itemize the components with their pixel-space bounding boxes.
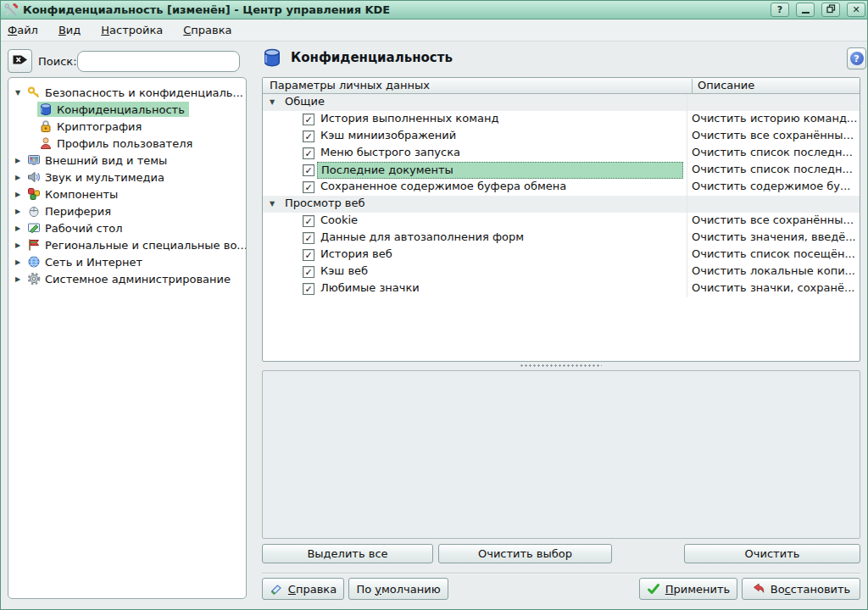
row-label: История веб bbox=[320, 247, 392, 260]
apply-button[interactable]: Применить bbox=[639, 578, 737, 600]
splitter-handle[interactable] bbox=[262, 362, 860, 369]
contextual-help-button[interactable]: ? bbox=[847, 47, 866, 69]
checkbox[interactable]: ✓ bbox=[303, 164, 314, 176]
table-header: Параметры личных данных Описание bbox=[263, 78, 860, 94]
checkbox[interactable]: ✓ bbox=[303, 266, 314, 278]
chevron-right-icon[interactable]: ▶ bbox=[13, 275, 23, 283]
user-icon bbox=[39, 136, 53, 150]
section-label: Просмотр веб bbox=[285, 197, 365, 209]
row-description: Очистить значения, введё... bbox=[692, 230, 856, 243]
chevron-right-icon[interactable]: ▶ bbox=[13, 191, 23, 198]
checkbox[interactable]: ✓ bbox=[303, 232, 314, 244]
table-row[interactable]: ✓ Любимые значки Очистить значки, сохран… bbox=[263, 280, 860, 297]
tree-item-label: Компоненты bbox=[45, 188, 118, 201]
row-description: Очистить содержимое бу... bbox=[692, 180, 850, 192]
tree-item-privacy[interactable]: Конфиденциальность bbox=[8, 101, 246, 118]
checkbox[interactable]: ✓ bbox=[303, 249, 314, 261]
tree-item-sound[interactable]: ▶ Звук и мультимедиа bbox=[8, 169, 246, 186]
help-circle-icon: ? bbox=[850, 52, 864, 65]
titlebar-help-button[interactable]: ? bbox=[771, 3, 789, 17]
checkbox[interactable]: ✓ bbox=[303, 215, 314, 227]
details-panel bbox=[262, 370, 860, 539]
column-header-description[interactable]: Описание bbox=[692, 79, 754, 94]
chevron-right-icon[interactable]: ▶ bbox=[13, 208, 23, 215]
row-description: Очистить значки, сохранё... bbox=[692, 281, 854, 294]
chevron-right-icon[interactable]: ▶ bbox=[13, 157, 23, 164]
row-label: Меню быстрого запуска bbox=[320, 146, 460, 158]
regional-flag-icon bbox=[27, 238, 41, 252]
maximize-button[interactable] bbox=[821, 3, 840, 17]
page-title: Конфиденциальность bbox=[291, 50, 453, 65]
minimize-icon bbox=[802, 11, 810, 14]
clear-button[interactable]: Очистить bbox=[684, 544, 860, 563]
close-button[interactable]: ✕ bbox=[847, 3, 865, 17]
tree-item-crypto[interactable]: Криптография bbox=[8, 118, 246, 135]
defaults-button[interactable]: По умолчанию bbox=[348, 578, 448, 600]
tree-item-network[interactable]: ▶ Сеть и Интернет bbox=[8, 253, 246, 270]
chevron-down-icon[interactable]: ▼ bbox=[270, 200, 275, 208]
module-tree: ▼ Безопасность и конфиденциаль... Конфид… bbox=[8, 77, 247, 599]
table-row[interactable]: ✓ История выполненных команд Очистить ис… bbox=[263, 111, 860, 128]
column-header-params[interactable]: Параметры личных данных bbox=[270, 79, 430, 92]
menu-settings[interactable]: Настройка bbox=[101, 24, 163, 36]
table-row[interactable]: ✓ Данные для автозаполнения форм Очистит… bbox=[263, 230, 860, 247]
tree-item-security[interactable]: ▼ Безопасность и конфиденциаль... bbox=[8, 84, 246, 101]
table-row[interactable]: ✓ Меню быстрого запуска Очистить список … bbox=[263, 145, 860, 162]
search-input[interactable] bbox=[77, 51, 240, 72]
maximize-icon bbox=[826, 4, 836, 16]
tree-item-label: Периферия bbox=[45, 205, 111, 218]
table-row[interactable]: ✓ История веб Очистить список посещён... bbox=[263, 247, 860, 263]
check-icon: ✓ bbox=[304, 234, 312, 243]
reset-button[interactable]: Восстановить bbox=[742, 578, 860, 600]
network-globe-icon bbox=[27, 255, 41, 269]
tree-item-label: Конфиденциальность bbox=[57, 103, 185, 116]
chevron-right-icon[interactable]: ▶ bbox=[13, 241, 23, 249]
chevron-down-icon[interactable]: ▼ bbox=[270, 98, 275, 106]
tree-item-label: Профиль пользователя bbox=[57, 137, 192, 150]
chevron-right-icon[interactable]: ▶ bbox=[13, 258, 23, 266]
window-titlebar: Конфиденциальность [изменён] - Центр упр… bbox=[1, 1, 868, 19]
row-label: Кэш веб bbox=[320, 264, 368, 277]
checkbox[interactable]: ✓ bbox=[303, 283, 314, 295]
peripherals-icon bbox=[27, 204, 41, 218]
clear-selection-button[interactable]: Очистить выбор bbox=[438, 544, 612, 563]
tree-item-peripherals[interactable]: ▶ Периферия bbox=[8, 202, 246, 219]
checkbox[interactable]: ✓ bbox=[303, 181, 314, 193]
row-description: Очистить список последн... bbox=[692, 146, 853, 158]
row-label: Сохраненное содержимое буфера обмена bbox=[320, 180, 566, 192]
tree-item-components[interactable]: ▶ Компоненты bbox=[8, 186, 246, 202]
table-row-selected[interactable]: ✓ Последние документы Очистить список по… bbox=[263, 162, 860, 179]
desktop-icon bbox=[27, 221, 41, 235]
checkbox[interactable]: ✓ bbox=[303, 147, 314, 159]
select-all-button[interactable]: Выделить все bbox=[262, 544, 433, 563]
menu-view[interactable]: Вид bbox=[58, 24, 81, 36]
tree-item-appearance[interactable]: ▶ Внешний вид и темы bbox=[8, 152, 246, 169]
section-label: Общие bbox=[285, 95, 325, 108]
chevron-right-icon[interactable]: ▶ bbox=[13, 174, 23, 181]
search-clear-button[interactable] bbox=[8, 49, 32, 73]
tree-item-sysadmin[interactable]: ▶ Системное администрирование bbox=[8, 270, 246, 287]
close-icon: ✕ bbox=[852, 4, 860, 15]
tree-item-regional[interactable]: ▶ Региональные и специальные во... bbox=[8, 236, 246, 253]
help-button[interactable]: Справка bbox=[262, 578, 344, 600]
tree-item-user-profile[interactable]: Профиль пользователя bbox=[8, 135, 246, 152]
apply-check-icon bbox=[647, 582, 660, 596]
table-section-row[interactable]: ▼ Общие bbox=[263, 94, 860, 111]
tree-item-desktop[interactable]: ▶ Рабочий стол bbox=[8, 219, 246, 236]
app-icon bbox=[4, 3, 18, 17]
table-section-row[interactable]: ▼ Просмотр веб bbox=[263, 196, 860, 213]
table-row[interactable]: ✓ Кэш миниизображений Очистить все сохра… bbox=[263, 128, 860, 145]
chevron-down-icon[interactable]: ▼ bbox=[13, 89, 23, 97]
table-row[interactable]: ✓ Кэш веб Очистить локальные копи... bbox=[263, 263, 860, 280]
table-row[interactable]: ✓ Сохраненное содержимое буфера обмена О… bbox=[263, 179, 860, 196]
row-description: Очистить все сохранённы... bbox=[692, 129, 854, 141]
checkbox[interactable]: ✓ bbox=[303, 114, 314, 125]
table-row[interactable]: ✓ Cookie Очистить все сохранённы... bbox=[263, 213, 860, 230]
menu-help[interactable]: Справка bbox=[183, 24, 231, 36]
check-icon: ✓ bbox=[304, 285, 312, 294]
minimize-button[interactable] bbox=[796, 3, 815, 17]
checkbox[interactable]: ✓ bbox=[303, 130, 314, 142]
menu-file[interactable]: Файл bbox=[8, 24, 38, 36]
tree-item-label: Сеть и Интернет bbox=[45, 256, 142, 269]
chevron-right-icon[interactable]: ▶ bbox=[13, 225, 23, 232]
